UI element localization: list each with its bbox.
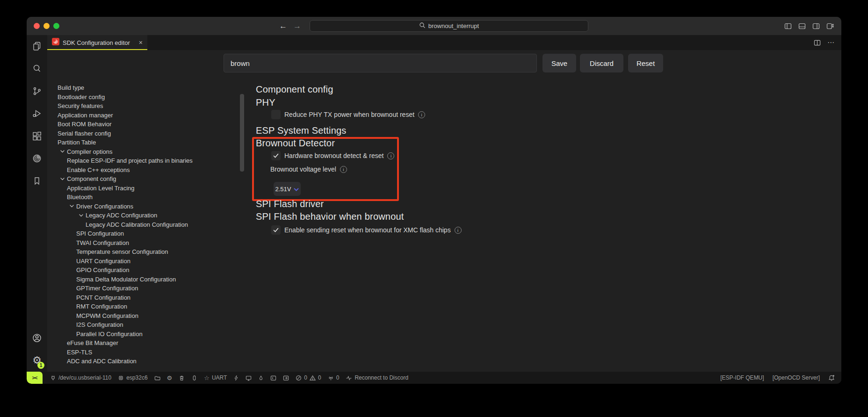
tree-item-twai-configuration[interactable]: TWAI Configuration: [47, 238, 244, 248]
tree-item-gpio-configuration[interactable]: GPIO Configuration: [47, 266, 244, 275]
config-search-input[interactable]: brown: [224, 54, 537, 72]
flame-icon[interactable]: [258, 375, 264, 381]
tree-item-partition-table[interactable]: Partition Table: [47, 138, 244, 147]
customize-layout-icon[interactable]: [826, 22, 834, 30]
reset-button[interactable]: Reset: [628, 54, 663, 72]
chevron-down-icon[interactable]: [58, 150, 67, 153]
tree-item-adc-and-adc-calibration[interactable]: ADC and ADC Calibration: [47, 357, 244, 366]
ports-item[interactable]: 0: [328, 374, 340, 381]
tree-item-sigma-delta-modulator-configuration[interactable]: Sigma Delta Modulator Configuration: [47, 275, 244, 284]
tab-close-icon[interactable]: ×: [139, 39, 143, 46]
bolt-icon[interactable]: [233, 375, 239, 381]
problems-item[interactable]: 0 0: [296, 374, 321, 381]
info-icon[interactable]: i: [418, 111, 425, 118]
tree-item-parallel-io-configuration[interactable]: Parallel IO Configuration: [47, 330, 244, 339]
save-button[interactable]: Save: [542, 54, 576, 72]
tree-item-label: SPI Configuration: [76, 230, 124, 237]
tree-item-gptimer-configuration[interactable]: GPTimer Configuration: [47, 284, 244, 293]
info-icon[interactable]: i: [340, 166, 347, 173]
toggle-panel-icon[interactable]: [798, 22, 806, 30]
command-center-search[interactable]: brownout_interrupt: [310, 20, 588, 32]
label-xmc-reset: Enable sending reset when brownout for X…: [284, 226, 451, 234]
heading-phy: PHY: [256, 97, 275, 108]
run-debug-icon[interactable]: [27, 102, 47, 125]
sdkconfig-gear-icon[interactable]: ⚙: [167, 375, 173, 381]
esp-idf-qemu-item[interactable]: [ESP-IDF QEMU]: [720, 374, 764, 381]
tree-item-application-level-tracing[interactable]: Application Level Tracing: [47, 184, 244, 193]
toggle-sidebar-icon[interactable]: [784, 22, 792, 30]
tree-item-bootloader-config[interactable]: Bootloader config: [47, 93, 244, 102]
flash-folder-icon[interactable]: [154, 375, 160, 381]
terminal-icon[interactable]: [270, 375, 276, 381]
checkbox-hardware-brownout[interactable]: [271, 151, 281, 160]
source-control-icon[interactable]: [27, 80, 47, 102]
tree-item-esp-tls[interactable]: ESP-TLS: [47, 348, 244, 357]
device-target-item[interactable]: esp32c6: [118, 374, 147, 381]
forward-arrow-icon[interactable]: →: [293, 22, 301, 31]
tree-item-legacy-adc-configuration[interactable]: Legacy ADC Configuration: [47, 211, 244, 220]
heading-spi-flash-behavior: SPI Flash behavior when brownout: [256, 211, 404, 222]
brownout-voltage-select[interactable]: 2.51V: [274, 182, 301, 196]
back-arrow-icon[interactable]: ←: [279, 22, 287, 31]
tree-item-label: RMT Configuration: [76, 303, 127, 310]
more-actions-icon[interactable]: ⋯: [827, 38, 835, 47]
tree-item-label: Application manager: [58, 112, 113, 119]
warning-count: 0: [318, 374, 321, 381]
remote-indicator[interactable]: ><: [27, 372, 43, 384]
tree-item-replace-esp-idf-and-project-paths-in-binaries[interactable]: Replace ESP-IDF and project paths in bin…: [47, 156, 244, 165]
espressif-sidebar-icon[interactable]: [27, 147, 47, 170]
chevron-down-icon[interactable]: [58, 178, 67, 180]
search-sidebar-icon[interactable]: [27, 58, 47, 80]
chevron-down-icon[interactable]: [76, 214, 86, 217]
error-icon: [296, 375, 302, 381]
maximize-window-button[interactable]: [53, 23, 59, 29]
tree-item-driver-configurations[interactable]: Driver Configurations: [47, 202, 244, 211]
explorer-icon[interactable]: [27, 35, 47, 58]
settings-gear-icon[interactable]: ⚙ 1: [27, 349, 47, 372]
tree-item-bluetooth[interactable]: Bluetooth: [47, 193, 244, 202]
tree-item-legacy-adc-calibration-configuration[interactable]: Legacy ADC Calibration Configuration: [47, 220, 244, 230]
tree-item-label: Security features: [58, 102, 103, 109]
openocd-server-item[interactable]: [OpenOCD Server]: [773, 374, 820, 381]
tab-sdk-configuration-editor[interactable]: SDK Configuration editor ×: [47, 35, 147, 50]
uart-item[interactable]: ☆ UART: [204, 374, 227, 381]
serial-port-item[interactable]: /dev/cu.usbserial-110: [50, 374, 111, 381]
checkbox-xmc-reset[interactable]: [271, 225, 281, 235]
tree-item-spi-configuration[interactable]: SPI Configuration: [47, 229, 244, 238]
tree-item-i2s-configuration[interactable]: I2S Configuration: [47, 320, 244, 330]
tree-item-serial-flasher-config[interactable]: Serial flasher config: [47, 129, 244, 138]
tree-item-efuse-bit-manager[interactable]: eFuse Bit Manager: [47, 338, 244, 348]
tree-item-compiler-options[interactable]: Compiler options: [47, 147, 244, 157]
tree-item-boot-rom-behavior[interactable]: Boot ROM Behavior: [47, 120, 244, 129]
discord-item[interactable]: Reconnect to Discord: [346, 374, 408, 381]
tree-item-build-type[interactable]: Build type: [47, 83, 244, 93]
bell-icon[interactable]: [828, 374, 835, 381]
monitor-icon[interactable]: [246, 375, 252, 381]
eraser-icon[interactable]: [191, 375, 197, 381]
extensions-icon[interactable]: [27, 125, 47, 147]
tree-item-pcnt-configuration[interactable]: PCNT Configuration: [47, 293, 244, 302]
tree-item-security-features[interactable]: Security features: [47, 101, 244, 111]
tree-item-temperature-sensor-configuration[interactable]: Temperature sensor Configuration: [47, 247, 244, 257]
tree-item-mcpwm-configuration[interactable]: MCPWM Configuration: [47, 311, 244, 321]
launch-icon[interactable]: [283, 375, 289, 381]
info-icon[interactable]: i: [455, 227, 462, 234]
split-editor-icon[interactable]: [814, 39, 821, 46]
info-icon[interactable]: i: [387, 152, 394, 159]
tree-item-component-config[interactable]: Component config: [47, 174, 244, 184]
tree-item-uart-configuration[interactable]: UART Configuration: [47, 257, 244, 266]
discard-button[interactable]: Discard: [580, 54, 623, 72]
toggle-secondary-sidebar-icon[interactable]: [812, 22, 820, 30]
checkbox-reduce-phy-tx[interactable]: [271, 110, 281, 119]
tree-item-label: Legacy ADC Calibration Configuration: [86, 221, 188, 228]
minimize-window-button[interactable]: [43, 23, 50, 29]
account-icon[interactable]: [27, 327, 47, 349]
close-window-button[interactable]: [34, 23, 40, 29]
content-scrollbar[interactable]: [240, 94, 244, 172]
trash-icon[interactable]: [179, 375, 185, 381]
bookmark-icon[interactable]: [27, 170, 47, 192]
chevron-down-icon[interactable]: [67, 205, 76, 208]
tree-item-rmt-configuration[interactable]: RMT Configuration: [47, 302, 244, 311]
tree-item-enable-c-exceptions[interactable]: Enable C++ exceptions: [47, 165, 244, 175]
tree-item-application-manager[interactable]: Application manager: [47, 111, 244, 120]
